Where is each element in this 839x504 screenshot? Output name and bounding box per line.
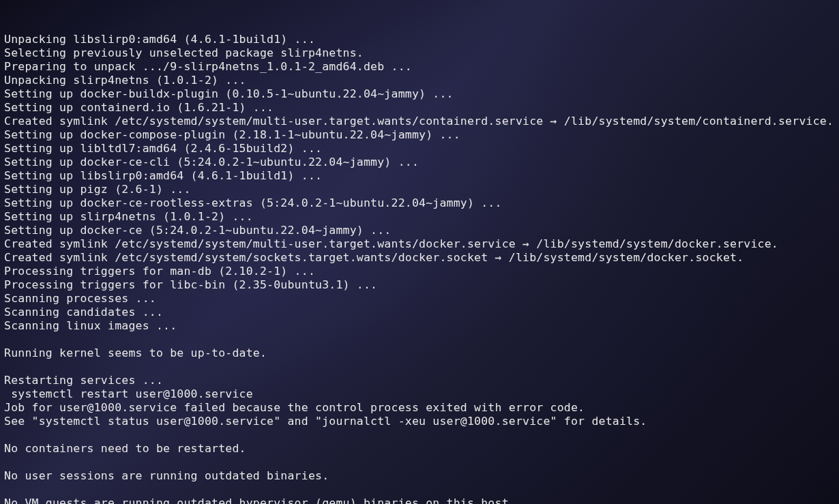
terminal-line: Created symlink /etc/systemd/system/sock… (4, 251, 835, 265)
terminal-line: No containers need to be restarted. (4, 442, 835, 456)
terminal-line: Unpacking slirp4netns (1.0.1-2) ... (4, 74, 835, 87)
terminal-line: Selecting previously unselected package … (4, 46, 835, 60)
terminal-line: Setting up containerd.io (1.6.21-1) ... (4, 101, 835, 115)
terminal-line: Setting up docker-ce (5:24.0.2-1~ubuntu.… (4, 224, 835, 237)
terminal-line: Setting up libslirp0:amd64 (4.6.1-1build… (4, 169, 835, 183)
terminal-line: Setting up pigz (2.6-1) ... (4, 183, 835, 196)
terminal-line (4, 428, 835, 442)
terminal-line: Scanning linux images ... (4, 319, 835, 333)
terminal-line: Scanning candidates ... (4, 306, 835, 319)
terminal-line: No user sessions are running outdated bi… (4, 469, 835, 483)
terminal-output[interactable]: Unpacking libslirp0:amd64 (4.6.1-1build1… (4, 5, 835, 504)
terminal-line (4, 360, 835, 374)
terminal-line: Setting up docker-ce-rootless-extras (5:… (4, 196, 835, 210)
terminal-line: Unpacking libslirp0:amd64 (4.6.1-1build1… (4, 33, 835, 46)
terminal-line: Setting up docker-compose-plugin (2.18.1… (4, 128, 835, 142)
terminal-line (4, 333, 835, 346)
terminal-line (4, 456, 835, 469)
terminal-line: Running kernel seems to be up-to-date. (4, 346, 835, 360)
terminal-line (4, 483, 835, 496)
terminal-line: Setting up libltdl7:amd64 (2.4.6-15build… (4, 142, 835, 155)
terminal-line: Setting up docker-buildx-plugin (0.10.5-… (4, 87, 835, 101)
terminal-line: No VM guests are running outdated hyperv… (4, 496, 835, 504)
terminal-line: Setting up slirp4netns (1.0.1-2) ... (4, 210, 835, 224)
terminal-line: Restarting services ... (4, 374, 835, 387)
terminal-line: See "systemctl status user@1000.service"… (4, 415, 835, 428)
terminal-line: Scanning processes ... (4, 292, 835, 306)
terminal-line: Job for user@1000.service failed because… (4, 401, 835, 415)
terminal-line: systemctl restart user@1000.service (4, 387, 835, 401)
terminal-line: Created symlink /etc/systemd/system/mult… (4, 237, 835, 251)
terminal-line: Processing triggers for libc-bin (2.35-0… (4, 278, 835, 292)
terminal-line: Created symlink /etc/systemd/system/mult… (4, 115, 835, 128)
terminal-line: Setting up docker-ce-cli (5:24.0.2-1~ubu… (4, 155, 835, 169)
terminal-line: Processing triggers for man-db (2.10.2-1… (4, 265, 835, 278)
terminal-line: Preparing to unpack .../9-slirp4netns_1.… (4, 60, 835, 74)
